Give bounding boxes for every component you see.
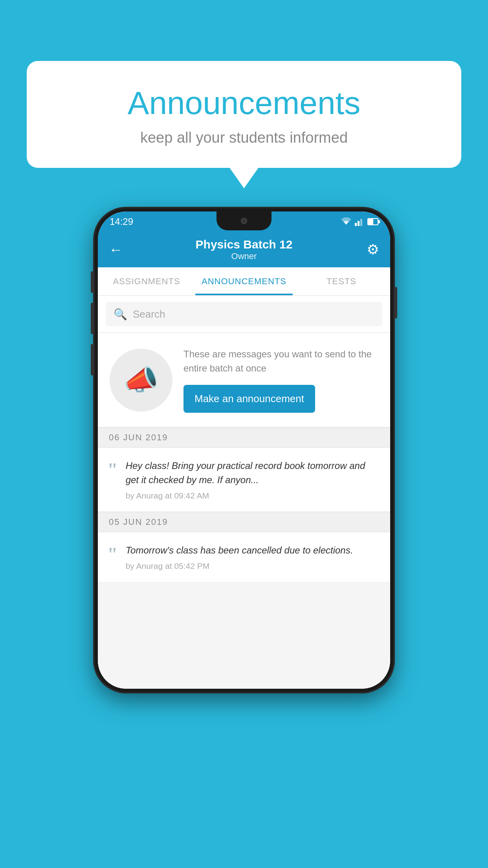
phone-screen: 14:29: [98, 211, 390, 689]
mute-button: [91, 271, 94, 293]
quote-icon-2: ": [107, 545, 118, 564]
notch: [216, 211, 272, 230]
date-separator-2: 05 JUN 2019: [98, 512, 390, 532]
tabs-bar: ASSIGNMENTS ANNOUNCEMENTS TESTS: [98, 267, 390, 296]
svg-rect-2: [360, 219, 362, 226]
announcement-author-2: by Anurag at 05:42 PM: [126, 561, 379, 571]
make-announcement-button[interactable]: Make an announcement: [183, 385, 315, 413]
front-camera: [241, 218, 247, 224]
tab-announcements[interactable]: ANNOUNCEMENTS: [195, 267, 293, 295]
megaphone-icon: 📣: [123, 363, 159, 397]
speech-bubble-container: Announcements keep all your students inf…: [27, 61, 461, 168]
signal-icon: [355, 217, 364, 226]
power-button: [394, 287, 397, 318]
svg-rect-1: [358, 221, 360, 226]
phone-wrapper: 14:29: [95, 208, 393, 692]
search-icon: 🔍: [114, 308, 127, 321]
battery-icon: [367, 218, 378, 225]
announcement-message-1: Hey class! Bring your practical record b…: [126, 459, 379, 487]
settings-icon[interactable]: ⚙: [367, 241, 379, 258]
phone-frame: 14:29: [95, 208, 393, 692]
promo-card: 📣 These are messages you want to send to…: [98, 333, 390, 427]
bubble-subtitle: keep all your students informed: [50, 129, 438, 146]
date-separator-1: 06 JUN 2019: [98, 427, 390, 448]
search-bar[interactable]: 🔍 Search: [106, 302, 382, 326]
wifi-icon: [341, 217, 352, 226]
app-bar: ← Physics Batch 12 Owner ⚙: [98, 232, 390, 267]
svg-rect-0: [355, 223, 357, 226]
announcement-item-1[interactable]: " Hey class! Bring your practical record…: [98, 448, 390, 512]
announcement-message-2: Tomorrow's class has been cancelled due …: [126, 543, 379, 557]
speech-bubble: Announcements keep all your students inf…: [27, 61, 461, 168]
back-button[interactable]: ←: [109, 241, 123, 258]
announcement-item-2[interactable]: " Tomorrow's class has been cancelled du…: [98, 532, 390, 582]
announcement-text-2: Tomorrow's class has been cancelled due …: [126, 543, 379, 571]
phone-content: 🔍 Search 📣 These are messages you want t…: [98, 296, 390, 689]
status-icons: [341, 217, 378, 226]
bubble-title: Announcements: [50, 85, 438, 121]
announcement-text-1: Hey class! Bring your practical record b…: [126, 459, 379, 500]
app-bar-subtitle: Owner: [196, 251, 293, 261]
app-bar-center: Physics Batch 12 Owner: [196, 238, 293, 261]
search-bar-container: 🔍 Search: [98, 296, 390, 333]
status-time: 14:29: [110, 216, 133, 227]
promo-description: These are messages you want to send to t…: [183, 347, 378, 375]
quote-icon-1: ": [107, 460, 118, 479]
search-placeholder: Search: [133, 308, 165, 320]
status-bar: 14:29: [98, 211, 390, 232]
promo-right: These are messages you want to send to t…: [183, 347, 378, 413]
app-bar-title: Physics Batch 12: [196, 238, 293, 251]
volume-down-button: [91, 344, 94, 375]
promo-icon-circle: 📣: [110, 349, 172, 412]
volume-up-button: [91, 303, 94, 334]
tab-tests[interactable]: TESTS: [293, 267, 390, 295]
announcement-author-1: by Anurag at 09:42 AM: [126, 491, 379, 500]
tab-assignments[interactable]: ASSIGNMENTS: [98, 267, 195, 295]
